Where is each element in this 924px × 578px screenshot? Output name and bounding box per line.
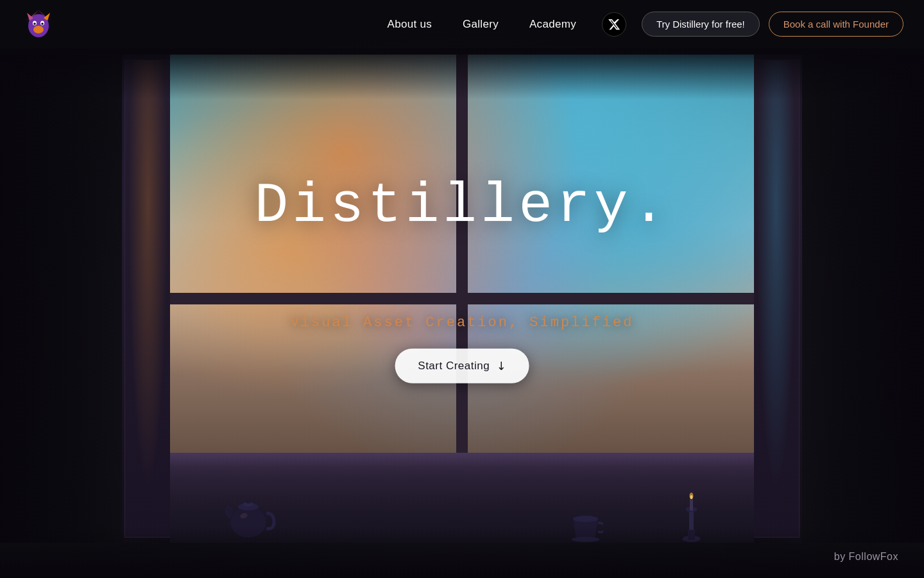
arrow-icon: ↘: [493, 357, 510, 374]
svg-point-7: [33, 22, 36, 25]
start-creating-button[interactable]: Start Creating ↘: [395, 349, 529, 383]
hero-section: Distillery. Visual Asset Creation, Simpl…: [0, 0, 924, 578]
nav-link-academy[interactable]: Academy: [529, 18, 576, 31]
svg-point-11: [230, 507, 266, 538]
logo[interactable]: [21, 6, 56, 42]
svg-point-16: [573, 516, 598, 522]
svg-rect-20: [689, 509, 694, 530]
window-sill: [170, 453, 754, 543]
book-founder-button[interactable]: Book a call with Founder: [769, 12, 903, 37]
svg-rect-22: [690, 498, 693, 511]
start-creating-label: Start Creating: [418, 360, 490, 372]
hero-title: Distillery.: [255, 174, 670, 238]
window-wing-right: [748, 55, 802, 543]
hero-cta-wrap: Start Creating ↘: [255, 349, 670, 383]
svg-point-8: [41, 22, 44, 25]
window-wing-left: [122, 55, 176, 543]
cup-object: [568, 514, 603, 543]
x-twitter-button[interactable]: [602, 12, 626, 37]
navbar: About us Gallery Academy Try Distillery …: [0, 0, 924, 48]
sill-objects: [170, 466, 754, 543]
teapot-object: [221, 485, 279, 543]
svg-point-24: [690, 495, 693, 499]
nav-link-about[interactable]: About us: [388, 18, 432, 31]
window-wing-right-inner: [753, 60, 800, 538]
x-icon: [608, 18, 620, 31]
fox-logo-icon: [21, 6, 56, 42]
svg-point-17: [572, 537, 600, 542]
nav-link-gallery[interactable]: Gallery: [463, 18, 499, 31]
sill-highlight: [170, 453, 754, 467]
candlestick-object: [680, 491, 703, 543]
try-free-button[interactable]: Try Distillery for free!: [642, 12, 760, 37]
window-wing-left-inner: [124, 60, 171, 538]
svg-rect-19: [688, 529, 695, 540]
nav-links: About us Gallery Academy: [388, 18, 576, 31]
footer-brand: by FollowFox: [834, 551, 898, 563]
hero-subtitle: Visual Asset Creation, Simplified: [255, 315, 670, 331]
svg-point-14: [245, 500, 252, 504]
svg-point-4: [33, 26, 44, 33]
hero-content: Distillery. Visual Asset Creation, Simpl…: [255, 174, 670, 383]
